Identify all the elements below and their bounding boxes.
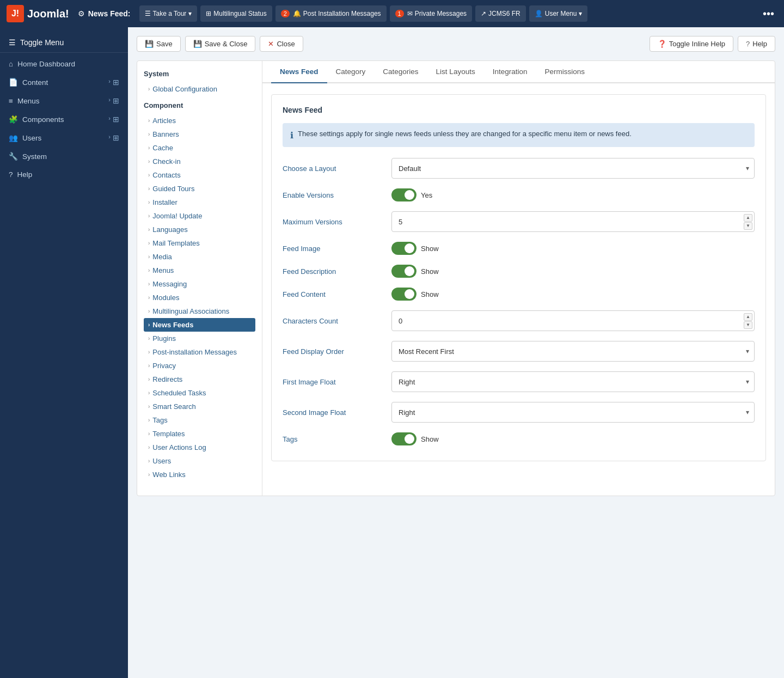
form-row-tags: Tags Show <box>283 432 755 445</box>
tab-permissions[interactable]: Permissions <box>536 61 593 83</box>
sidebar-item-content[interactable]: 📄 Content › ⊞ <box>0 73 128 91</box>
tab-integration[interactable]: Integration <box>484 61 536 83</box>
second-image-float-select-wrapper: Right Left None ▾ <box>391 402 755 423</box>
logo: J! Joomla! <box>7 5 69 22</box>
nav-tags[interactable]: ›Tags <box>144 413 255 427</box>
chevron-right-icon: › <box>148 254 150 260</box>
tab-category[interactable]: Category <box>327 61 375 83</box>
tab-news-feed[interactable]: News Feed <box>271 61 327 83</box>
feed-content-toggle-wrap: Show <box>391 288 755 301</box>
feed-display-order-control: Most Recent First Oldest First Title Alp… <box>391 341 755 362</box>
nav-global-configuration[interactable]: › Global Configuration <box>144 82 255 96</box>
spinner-up[interactable]: ▲ <box>744 313 752 321</box>
sidebar-item-home-dashboard[interactable]: ⌂ Home Dashboard <box>0 55 128 73</box>
nav-privacy[interactable]: ›Privacy <box>144 359 255 372</box>
nav-media[interactable]: ›Media <box>144 250 255 264</box>
sidebar-item-users[interactable]: 👥 Users › ⊞ <box>0 129 128 147</box>
main-content: 💾 Save 💾 Save & Close ✕ Close ❓ Toggle I… <box>128 27 784 678</box>
nav-user-actions-log[interactable]: ›User Actions Log <box>144 441 255 454</box>
toggle-inline-help-button[interactable]: ❓ Toggle Inline Help <box>650 36 733 52</box>
nav-banners[interactable]: ›Banners <box>144 127 255 141</box>
nav-plugins[interactable]: ›Plugins <box>144 332 255 345</box>
feed-image-toggle-wrap: Show <box>391 242 755 255</box>
component-section-title: Component <box>144 101 255 109</box>
nav-redirects[interactable]: ›Redirects <box>144 372 255 386</box>
second-image-float-control: Right Left None ▾ <box>391 402 755 423</box>
take-tour-button[interactable]: ☰ Take a Tour ▾ <box>139 5 198 22</box>
topbar-title: ⚙ News Feed: <box>78 9 131 18</box>
spinner-up[interactable]: ▲ <box>744 214 752 222</box>
sidebar: ☰ Toggle Menu ⌂ Home Dashboard 📄 Content… <box>0 27 128 678</box>
nav-menus[interactable]: ›Menus <box>144 264 255 277</box>
nav-check-in[interactable]: ›Check-in <box>144 155 255 168</box>
nav-modules[interactable]: ›Modules <box>144 291 255 304</box>
form-row-second-image-float: Second Image Float Right Left None ▾ <box>283 402 755 423</box>
close-button[interactable]: ✕ Close <box>260 36 303 52</box>
puzzle-icon: 🧩 <box>9 115 18 124</box>
feed-description-toggle[interactable] <box>391 265 416 278</box>
characters-count-input[interactable] <box>391 310 755 331</box>
maximum-versions-input[interactable] <box>391 211 755 232</box>
info-icon: ℹ <box>290 130 293 141</box>
more-options-button[interactable]: ••• <box>759 8 777 20</box>
choose-layout-select[interactable]: Default Custom <box>391 158 755 179</box>
private-messages-button[interactable]: 1 ✉ Private Messages <box>390 5 473 22</box>
compass-icon: ☰ <box>145 10 151 17</box>
post-installation-button[interactable]: 2 🔔 Post Installation Messages <box>275 5 387 22</box>
feed-image-toggle[interactable] <box>391 242 416 255</box>
nav-guided-tours[interactable]: ›Guided Tours <box>144 182 255 196</box>
users-icon: 👥 <box>9 133 18 142</box>
layout: ☰ Toggle Menu ⌂ Home Dashboard 📄 Content… <box>0 27 784 678</box>
second-image-float-select[interactable]: Right Left None <box>391 402 755 423</box>
tab-categories[interactable]: Categories <box>374 61 427 83</box>
content-area: System › Global Configuration Component … <box>137 60 775 496</box>
form-row-enable-versions: Enable Versions Yes <box>283 188 755 201</box>
tags-toggle[interactable] <box>391 432 416 445</box>
nav-articles[interactable]: ›Articles <box>144 114 255 127</box>
nav-contacts[interactable]: ›Contacts <box>144 168 255 182</box>
save-close-button[interactable]: 💾 Save & Close <box>185 36 256 52</box>
form-section-title: News Feed <box>283 106 755 114</box>
nav-news-feeds[interactable]: ›News Feeds <box>144 318 255 332</box>
chevron-right-icon: › <box>148 322 150 328</box>
nav-languages[interactable]: ›Languages <box>144 223 255 236</box>
first-image-float-control: Right Left None ▾ <box>391 371 755 392</box>
jcms-button[interactable]: ↗ JCMS6 FR <box>475 5 526 22</box>
choose-layout-label: Choose a Layout <box>283 164 391 173</box>
multilingual-status-button[interactable]: ⊞ Multilingual Status <box>200 5 272 22</box>
enable-versions-toggle[interactable] <box>391 188 416 201</box>
sidebar-item-components[interactable]: 🧩 Components › ⊞ <box>0 110 128 129</box>
user-menu-button[interactable]: 👤 User Menu ▾ <box>529 5 588 22</box>
sidebar-item-system[interactable]: 🔧 System <box>0 147 128 166</box>
nav-messaging[interactable]: ›Messaging <box>144 277 255 291</box>
feed-description-control: Show <box>391 265 755 278</box>
first-image-float-select[interactable]: Right Left None <box>391 371 755 392</box>
toggle-menu-button[interactable]: ☰ Toggle Menu <box>0 33 128 53</box>
nav-templates[interactable]: ›Templates <box>144 427 255 441</box>
chevron-right-icon: › <box>148 431 150 437</box>
spinner-down[interactable]: ▼ <box>744 321 752 329</box>
home-icon: ⌂ <box>9 60 13 68</box>
nav-post-installation-messages[interactable]: ›Post-installation Messages <box>144 345 255 359</box>
nav-smart-search[interactable]: ›Smart Search <box>144 400 255 413</box>
nav-mail-templates[interactable]: ›Mail Templates <box>144 236 255 250</box>
info-box: ℹ These settings apply for single news f… <box>283 123 755 147</box>
nav-joomla-update[interactable]: ›Joomla! Update <box>144 209 255 223</box>
feed-display-order-select[interactable]: Most Recent First Oldest First Title Alp… <box>391 341 755 362</box>
nav-web-links[interactable]: ›Web Links <box>144 468 255 481</box>
tab-list-layouts[interactable]: List Layouts <box>427 61 484 83</box>
nav-scheduled-tasks[interactable]: ›Scheduled Tasks <box>144 386 255 400</box>
nav-cache[interactable]: ›Cache <box>144 141 255 155</box>
sidebar-item-help[interactable]: ? Help <box>0 166 128 184</box>
form-row-maximum-versions: Maximum Versions ▲ ▼ <box>283 211 755 232</box>
nav-multilingual-associations[interactable]: ›Multilingual Associations <box>144 304 255 318</box>
nav-installer[interactable]: ›Installer <box>144 196 255 209</box>
help-button[interactable]: ? Help <box>738 36 775 52</box>
save-button[interactable]: 💾 Save <box>137 36 181 52</box>
sidebar-item-menus[interactable]: ≡ Menus › ⊞ <box>0 91 128 110</box>
tabs: News Feed Category Categories List Layou… <box>262 61 775 83</box>
spinner-down[interactable]: ▼ <box>744 222 752 230</box>
nav-users[interactable]: ›Users <box>144 454 255 468</box>
tags-label: Tags <box>283 435 391 443</box>
feed-content-toggle[interactable] <box>391 288 416 301</box>
